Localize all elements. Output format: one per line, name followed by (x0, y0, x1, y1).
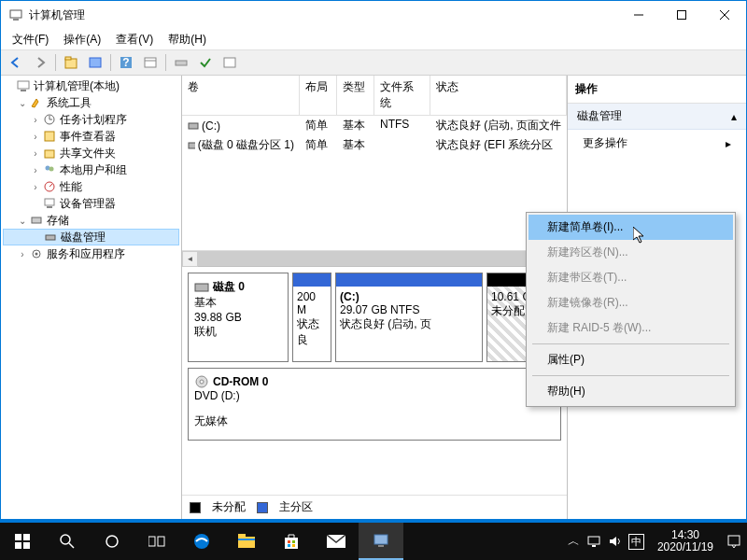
svg-rect-60 (728, 536, 740, 545)
tree-event-viewer[interactable]: ›事件查看器 (3, 128, 179, 145)
ctx-new-simple-volume[interactable]: 新建简单卷(I)... (529, 215, 733, 240)
tray-chevron-up-icon[interactable]: ︿ (568, 533, 580, 550)
toolbar-icon-4[interactable] (170, 52, 192, 73)
ctx-new-spanned-volume[interactable]: 新建跨区卷(N)... (529, 240, 733, 265)
maximize-button[interactable] (660, 1, 703, 29)
toolbar-icon-2[interactable] (84, 52, 106, 73)
toolbar-icon-1[interactable] (60, 52, 82, 73)
svg-point-41 (61, 535, 70, 544)
legend-unallocated-icon (190, 502, 201, 513)
svg-rect-40 (23, 542, 30, 549)
svg-rect-37 (15, 534, 21, 540)
tree-system-tools[interactable]: ⌄系统工具 (3, 94, 179, 111)
svg-line-42 (69, 543, 74, 548)
col-volume[interactable]: 卷 (182, 76, 300, 115)
tray-volume-icon[interactable] (608, 535, 621, 548)
ctx-new-mirrored-volume[interactable]: 新建镜像卷(R)... (529, 290, 733, 315)
svg-rect-49 (238, 539, 255, 540)
svg-rect-58 (588, 537, 599, 544)
disk-info-panel[interactable]: 磁盘 0 基本 39.88 GB 联机 (188, 273, 289, 362)
compmgmt-taskbar-icon[interactable] (359, 523, 403, 560)
titlebar: 计算机管理 (1, 1, 746, 29)
taskbar-clock[interactable]: 14:30 2020/11/19 (652, 529, 719, 553)
tray-network-icon[interactable] (587, 535, 600, 548)
svg-rect-21 (45, 150, 54, 158)
menu-separator (532, 375, 729, 376)
minimize-button[interactable] (617, 1, 660, 29)
svg-rect-51 (288, 540, 290, 543)
actions-section[interactable]: 磁盘管理 ▴ (568, 104, 746, 130)
col-layout[interactable]: 布局 (300, 76, 337, 115)
svg-rect-27 (47, 206, 52, 208)
menu-action[interactable]: 操作(A) (56, 30, 108, 49)
tree-performance[interactable]: ›性能 (3, 178, 179, 195)
menu-view[interactable]: 查看(V) (108, 30, 161, 49)
store-icon[interactable] (269, 523, 314, 560)
svg-rect-53 (288, 544, 290, 547)
volume-list-header[interactable]: 卷 布局 类型 文件系统 状态 (182, 76, 567, 116)
svg-rect-33 (189, 143, 195, 148)
toolbar-icon-6[interactable] (218, 52, 241, 73)
task-view-button[interactable] (134, 523, 179, 560)
tree-device-manager[interactable]: 设备管理器 (3, 195, 179, 212)
actions-header: 操作 (568, 76, 746, 104)
tree-task-scheduler[interactable]: ›任务计划程序 (3, 111, 179, 128)
scroll-left-icon[interactable]: ◄ (182, 251, 198, 267)
cortana-button[interactable] (90, 523, 134, 560)
close-button[interactable] (703, 1, 746, 29)
horizontal-scrollbar[interactable]: ◄ ► (182, 250, 567, 266)
legend: 未分配 主分区 (182, 495, 567, 519)
start-button[interactable] (0, 523, 45, 560)
svg-rect-48 (238, 534, 246, 538)
disk-row: 磁盘 0 基本 39.88 GB 联机 200 M状态良 (C:)29.07 G… (188, 273, 561, 362)
edge-icon[interactable] (179, 523, 224, 560)
ctx-properties[interactable]: 属性(P) (529, 347, 733, 372)
menu-help[interactable]: 帮助(H) (161, 30, 214, 49)
ime-indicator[interactable]: 中 (628, 534, 644, 550)
svg-rect-45 (158, 537, 164, 546)
forward-button[interactable] (29, 52, 51, 73)
col-type[interactable]: 类型 (337, 76, 374, 115)
explorer-icon[interactable] (224, 523, 269, 560)
system-tray: ︿ 中 14:30 2020/11/19 (568, 523, 747, 560)
col-status[interactable]: 状态 (430, 76, 567, 115)
svg-rect-16 (21, 90, 26, 91)
taskbar[interactable]: ︿ 中 14:30 2020/11/19 (0, 523, 747, 560)
more-actions[interactable]: 更多操作 ▸ (568, 130, 746, 157)
search-button[interactable] (45, 523, 90, 560)
tree-root[interactable]: 计算机管理(本地) (3, 77, 179, 94)
back-button[interactable] (5, 52, 27, 73)
tree-storage[interactable]: ⌄存储 (3, 212, 179, 229)
ctx-new-striped-volume[interactable]: 新建带区卷(T)... (529, 265, 733, 290)
notifications-icon[interactable] (726, 534, 741, 549)
tree-services[interactable]: ›服务和应用程序 (3, 245, 179, 262)
svg-rect-13 (176, 61, 187, 65)
main-pane: 卷 布局 类型 文件系统 状态 (C:) 简单 基本 NTFS 状态良好 (启动… (182, 76, 568, 519)
menu-file[interactable]: 文件(F) (5, 30, 56, 49)
partition[interactable]: 200 M状态良 (292, 273, 331, 362)
mail-icon[interactable] (314, 523, 359, 560)
volume-list: 卷 布局 类型 文件系统 状态 (C:) 简单 基本 NTFS 状态良好 (启动… (182, 76, 567, 267)
cdrom-info-panel[interactable]: CD-ROM 0 DVD (D:) 无媒体 (188, 368, 561, 441)
svg-point-23 (49, 167, 54, 172)
svg-rect-20 (45, 132, 54, 141)
col-fs[interactable]: 文件系统 (374, 76, 430, 115)
navigation-tree[interactable]: 计算机管理(本地) ⌄系统工具 ›任务计划程序 ›事件查看器 ›共享文件夹 ›本… (1, 76, 182, 519)
svg-rect-8 (90, 58, 101, 67)
tree-shared-folders[interactable]: ›共享文件夹 (3, 145, 179, 161)
svg-rect-50 (285, 538, 298, 549)
svg-point-36 (200, 380, 204, 384)
help-icon[interactable]: ? (115, 52, 137, 73)
tree-disk-management[interactable]: 磁盘管理 (3, 229, 179, 245)
toolbar-icon-5[interactable] (194, 52, 217, 73)
svg-rect-28 (32, 217, 41, 223)
ctx-new-raid5-volume[interactable]: 新建 RAID-5 卷(W)... (529, 315, 733, 341)
ctx-help[interactable]: 帮助(H) (529, 379, 733, 404)
volume-row[interactable]: (C:) 简单 基本 NTFS 状态良好 (启动, 页面文件 (182, 116, 567, 135)
toolbar-icon-3[interactable] (139, 52, 162, 73)
svg-rect-3 (678, 11, 686, 20)
partition[interactable]: (C:)29.07 GB NTFS状态良好 (启动, 页 (335, 273, 483, 362)
tree-local-users[interactable]: ›本地用户和组 (3, 161, 179, 178)
app-icon (8, 7, 23, 22)
volume-row[interactable]: (磁盘 0 磁盘分区 1) 简单 基本 状态良好 (EFI 系统分区 (182, 135, 567, 155)
